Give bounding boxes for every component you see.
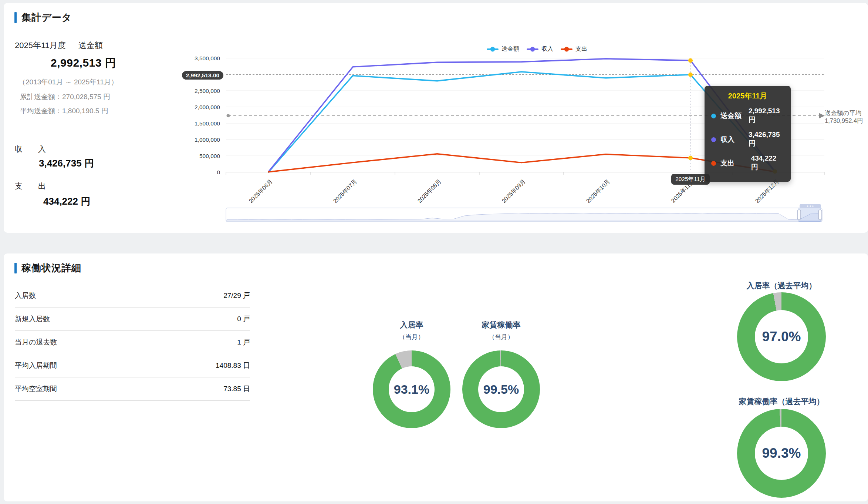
x-tick-label: 2025年08月 [416,178,443,204]
brush-grip-dot-icon [807,205,808,206]
tooltip-row: 支出 434,222 円 [711,154,784,172]
section-accent-bar [14,263,17,273]
donut-occupancy-historical: 97.0% [737,292,826,381]
table-row: 入居数 27/29 戸 [15,284,250,308]
tooltip-row: 送金額 2,992,513 円 [711,107,784,125]
legend-line-dot-icon [487,48,499,50]
y-tick-label: 0 [217,169,220,175]
occupancy-section-header: 稼働状況詳細 [14,262,81,275]
legend-line-dot-icon [527,48,538,50]
series-dot-icon [711,161,716,166]
legend-label: 送金額 [501,45,519,53]
donut-occupancy-current: 93.1% [373,350,450,428]
chart-tooltip: 2025年11月 送金額 2,992,513 円 収入 3,426,735 円 … [705,86,791,182]
tooltip-series-value: 3,426,735 円 [749,131,784,148]
summary-card: 集計データ 2025年11月度 送金額 2,992,513 円 （2013年01… [4,3,868,233]
donut-rent-historical: 99.3% [737,409,826,498]
donut-percent-label: 93.1% [389,366,435,412]
chart-legend: 送金額 収入 支出 [487,45,587,53]
highlight-dot [688,156,693,160]
donut-rent-current: 99.5% [462,350,540,428]
table-row: 平均空室期間 73.85 日 [15,377,250,401]
tooltip-series-name: 収入 [720,135,749,144]
occupancy-stats-table: 入居数 27/29 戸 新規入居数 0 戸 当月の退去数 1 戸 平均入居期間 … [15,284,250,401]
y-tick-label: 500,000 [199,153,220,159]
series-dot-icon [711,114,716,118]
legend-item-remittance[interactable]: 送金額 [487,45,519,53]
legend-label: 収入 [541,45,553,53]
row-value: 1 戸 [237,337,250,347]
donut-title-rent-historical: 家賃稼働率（過去平均） [739,396,824,407]
y-tick-label: 2,500,000 [195,88,220,94]
row-label: 平均入居期間 [15,361,57,370]
legend-item-expense[interactable]: 支出 [561,45,587,53]
current-value-badge: 2,992,513.00 [182,71,223,80]
brush-grip-dot-icon [810,205,811,206]
donut-subtitle: （当月） [489,333,514,341]
donut-title-occupancy-historical: 入居率（過去平均） [747,280,817,291]
x-tick-label: 2025年10月 [585,178,611,204]
y-tick-label: 1,000,000 [195,137,220,143]
series-line [268,59,775,172]
brush-handle[interactable] [818,210,822,220]
average-arrow-icon [819,113,825,118]
tooltip-series-name: 支出 [720,158,751,168]
series-line [268,72,775,172]
row-label: 当月の退去数 [15,337,57,347]
row-value: 0 戸 [237,314,250,324]
donut-percent-label: 99.3% [755,427,808,480]
series-line [268,154,775,172]
donut-percent-label: 99.5% [478,366,524,412]
legend-item-income[interactable]: 収入 [527,45,553,53]
row-value: 73.85 日 [223,384,250,394]
occupancy-card-title: 稼働状況詳細 [21,262,81,275]
y-tick-label: 2,000,000 [195,104,220,110]
donut-subtitle: （当月） [399,333,424,341]
average-start-dot [227,114,230,117]
average-line-label: 送金額の平均 1,730,952.4円 [825,109,863,125]
table-row: 平均入居期間 1408.83 日 [15,354,250,377]
occupancy-card: 稼働状況詳細 入居数 27/29 戸 新規入居数 0 戸 当月の退去数 1 戸 … [4,253,868,501]
average-label-text: 送金額の平均 [825,109,863,117]
table-row: 当月の退去数 1 戸 [15,331,250,354]
x-tick-label: 2025年09月 [501,178,527,204]
legend-label: 支出 [575,45,587,53]
tooltip-series-value: 2,992,513 円 [749,107,784,125]
average-label-value: 1,730,952.4円 [825,117,863,125]
x-tick-label: 2025年07月 [332,178,358,204]
brush-grip-dot-icon [812,205,813,206]
series-dot-icon [711,137,716,142]
x-tick-label: 2025年12月 [754,178,780,204]
y-tick-label: 3,500,000 [195,55,220,61]
table-row: 新規入居数 0 戸 [15,308,250,331]
highlight-dot [688,58,693,63]
row-value: 27/29 戸 [223,291,250,300]
donut-title-occupancy-current: 入居率 [400,320,423,330]
y-tick-label: 1,500,000 [195,120,220,127]
donut-title-rent-current: 家賃稼働率 [482,320,521,330]
brush-selection[interactable] [799,208,820,222]
tooltip-title: 2025年11月 [711,91,784,101]
tooltip-series-name: 送金額 [720,111,749,121]
donut-percent-label: 97.0% [755,310,808,363]
row-label: 入居数 [15,291,36,300]
tooltip-series-value: 434,222 円 [751,154,784,172]
brush-handle[interactable] [797,210,801,220]
highlight-dot [688,73,693,77]
x-axis-month-badge: 2025年11月 [671,174,710,185]
legend-line-dot-icon [561,48,573,50]
row-label: 新規入居数 [15,314,50,324]
dashboard-page: { "accent": { "blue": "#1e7ac4", "navy":… [0,0,868,504]
tooltip-row: 収入 3,426,735 円 [711,131,784,148]
row-label: 平均空室期間 [15,384,57,394]
x-tick-label: 2025年06月 [248,178,274,204]
row-value: 1408.83 日 [216,361,250,370]
